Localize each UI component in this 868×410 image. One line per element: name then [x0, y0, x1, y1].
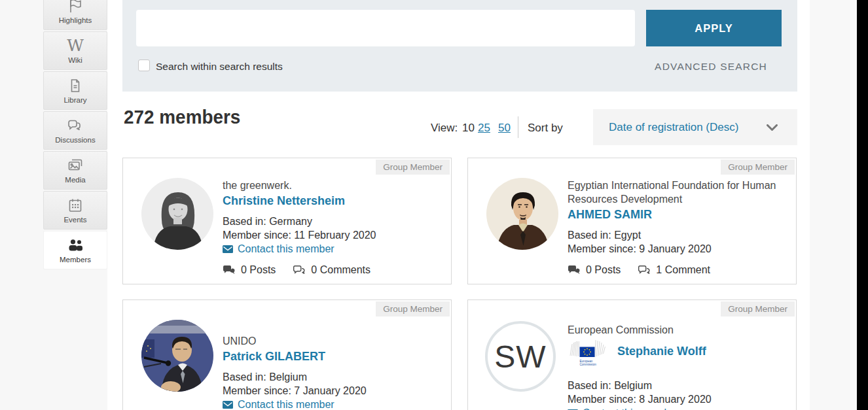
advanced-search-link[interactable]: ADVANCED SEARCH [655, 61, 767, 73]
member-card: Group Member the greenwerk. Christine Ne… [122, 158, 452, 284]
speech-bubbles-icon [67, 117, 84, 134]
sidebar-item-media[interactable]: Media [43, 151, 107, 190]
sidebar-item-label: Discussions [55, 136, 95, 144]
sidebar-item-label: Media [65, 176, 85, 184]
comments-icon [638, 265, 651, 275]
calendar-icon [67, 197, 83, 214]
posts-icon [223, 265, 236, 275]
group-member-badge: Group Member [376, 160, 450, 175]
sidebar-item-events[interactable]: Events [43, 191, 107, 230]
sort-dropdown-value: Date of registration (Desc) [609, 121, 738, 134]
group-member-badge: Group Member [376, 301, 450, 316]
posts-icon [568, 265, 581, 275]
envelope-icon [223, 245, 233, 253]
member-card: Group Member SW European Commission Euro… [467, 299, 797, 410]
search-within-checkbox[interactable] [138, 60, 150, 71]
members-page: APPLY Search within search results ADVAN… [122, 0, 797, 410]
search-within-label: Search within search results [156, 61, 283, 73]
member-card: Group Member Egyptian International Foun… [467, 158, 797, 284]
contact-member-link[interactable]: Contact this member [223, 242, 450, 256]
view-option-25[interactable]: 25 [478, 122, 490, 135]
member-based-in: Based in: Belgium [568, 379, 795, 392]
view-option-10[interactable]: 10 [462, 122, 475, 135]
sort-dropdown[interactable]: Date of registration (Desc) [593, 109, 797, 145]
photos-icon [67, 157, 84, 174]
screen-edge[interactable] [857, 0, 868, 410]
divider [518, 116, 518, 138]
contact-member-link[interactable]: Contact this member [223, 398, 450, 410]
member-organisation: the greenwerk. [223, 179, 450, 192]
member-name-link[interactable]: AHMED SAMIR [568, 206, 652, 223]
sidebar-item-members[interactable]: Members [43, 231, 107, 269]
group-member-badge: Group Member [721, 160, 795, 175]
member-based-in: Based in: Germany [223, 214, 450, 228]
member-since: Member since: 7 January 2020 [223, 384, 450, 398]
member-name-link[interactable]: Stephanie Wolff [617, 343, 706, 370]
svg-text:Commission: Commission [580, 363, 597, 366]
posts-count: 0 Posts [568, 264, 621, 276]
member-based-in: Based in: Egypt [568, 228, 795, 242]
member-name-link[interactable]: Christine Nettersheim [223, 192, 345, 209]
contact-member-link[interactable]: Contact this member [568, 406, 795, 410]
member-organisation: UNIDO [223, 334, 450, 348]
envelope-icon [223, 401, 233, 409]
search-panel: APPLY Search within search results ADVAN… [122, 0, 797, 92]
sidebar-item-label: Events [63, 216, 86, 224]
member-based-in: Based in: Belgium [223, 370, 450, 384]
member-avatar-initials[interactable]: SW [485, 321, 556, 392]
members-count-heading: 272 members [124, 106, 240, 128]
member-card: Group Member UNIDO Patri [122, 299, 452, 410]
sidebar-item-discussions[interactable]: Discussions [43, 111, 107, 150]
sort-by-label: Sort by [528, 122, 563, 135]
chevron-down-icon [767, 124, 778, 131]
search-input[interactable] [136, 10, 635, 46]
member-organisation: Egyptian International Foundation for Hu… [568, 179, 795, 206]
member-since: Member since: 8 January 2020 [568, 392, 795, 406]
page-gutter [810, 0, 857, 410]
group-member-badge: Group Member [721, 301, 795, 316]
sidebar-item-wiki[interactable]: W Wiki [43, 31, 107, 70]
document-icon [67, 77, 83, 94]
apply-button[interactable]: APPLY [646, 10, 782, 46]
member-organisation: European Commission [568, 323, 795, 337]
wiki-icon: W [67, 37, 84, 54]
comments-icon [293, 265, 306, 275]
member-avatar-photo[interactable] [486, 178, 558, 250]
sidebar-item-label: Library [63, 96, 86, 104]
member-name-link[interactable]: Patrick GILABERT [223, 348, 325, 365]
comments-count: 1 Comment [638, 264, 710, 276]
svg-text:European: European [580, 360, 593, 363]
posts-count: 0 Posts [223, 264, 276, 276]
sidebar-item-label: Members [60, 256, 91, 264]
comments-count: 0 Comments [293, 264, 371, 276]
european-commission-logo: European Commission [568, 339, 607, 370]
member-since: Member since: 11 February 2020 [223, 228, 450, 242]
member-since: Member since: 9 January 2020 [568, 242, 795, 256]
sidebar-item-highlights[interactable]: Highlights [43, 0, 107, 30]
member-avatar-photo[interactable] [141, 178, 213, 250]
view-label: View: [431, 122, 458, 135]
sidebar-item-label: Highlights [59, 16, 92, 24]
people-icon [67, 237, 84, 254]
sidebar-item-label: Wiki [68, 56, 82, 64]
flag-icon [67, 0, 83, 14]
member-avatar-photo[interactable] [141, 320, 213, 392]
view-option-50[interactable]: 50 [498, 122, 511, 135]
sidebar-item-library[interactable]: Library [43, 71, 107, 110]
